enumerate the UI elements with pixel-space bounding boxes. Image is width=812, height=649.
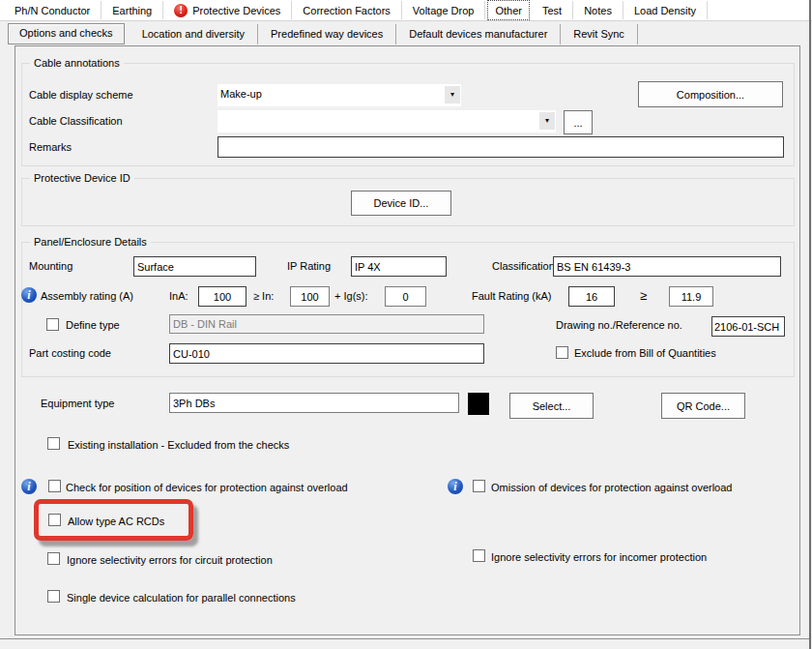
device-id-button[interactable]: Device ID...	[351, 191, 451, 216]
sub-tab-bar: Options and checks Location and diversit…	[0, 20, 812, 46]
tab-label: Revit Sync	[573, 28, 624, 40]
main-tab-bar: Ph/N Conductor Earthing ! Protective Dev…	[0, 0, 812, 20]
composition-button[interactable]: Composition...	[638, 81, 783, 107]
error-icon: !	[174, 4, 188, 17]
classification-browse-button[interactable]: ...	[564, 110, 593, 134]
ip-rating-input[interactable]	[351, 256, 447, 277]
remarks-input[interactable]	[218, 136, 784, 158]
remarks-label: Remarks	[29, 141, 72, 154]
ignore-circuit-label: Ignore selectivity errors for circuit pr…	[67, 554, 273, 567]
group-title: Panel/Enclosure Details	[30, 236, 151, 248]
info-icon: i	[21, 287, 37, 303]
tab-label: Load Density	[634, 5, 696, 16]
classification-input[interactable]	[553, 256, 781, 277]
select-button[interactable]: Select...	[509, 393, 594, 419]
tab-control-bottom-edge	[0, 638, 810, 639]
button-label: Composition...	[677, 89, 744, 101]
ignore-circuit-checkbox[interactable]	[47, 552, 60, 565]
allow-ac-rcds-checkbox[interactable]	[48, 514, 61, 526]
omission-checkbox[interactable]	[473, 480, 485, 492]
equipment-type-label: Equipment type	[41, 398, 114, 410]
other-settings-page: Ph/N Conductor Earthing ! Protective Dev…	[0, 0, 812, 649]
tab-label: Ph/N Conductor	[14, 5, 90, 16]
tab-label: Voltage Drop	[413, 5, 475, 16]
tab-test[interactable]: Test	[532, 1, 573, 19]
tab-location-and-diversity[interactable]: Location and diversity	[130, 24, 258, 44]
tab-other[interactable]: Other	[487, 0, 530, 20]
ina-input[interactable]	[198, 286, 246, 307]
window-right-edge	[809, 0, 811, 649]
exclude-boq-checkbox[interactable]	[556, 346, 568, 359]
button-label: QR Code...	[677, 400, 730, 412]
in-label: ≥ In:	[253, 290, 274, 303]
drawing-no-input[interactable]	[711, 316, 785, 337]
tab-protective-devices[interactable]: ! Protective Devices	[163, 1, 292, 19]
tab-voltage-drop[interactable]: Voltage Drop	[402, 1, 486, 19]
cable-classification-combobox[interactable]: ▾	[218, 110, 556, 133]
content-panel: Cable annotations Cable display scheme M…	[14, 45, 800, 635]
ignore-incomer-label: Ignore selectivity errors for incomer pr…	[491, 551, 707, 564]
drawing-no-label: Drawing no./Reference no.	[556, 319, 682, 332]
chevron-down-icon[interactable]: ▾	[539, 112, 555, 130]
single-device-checkbox[interactable]	[47, 590, 60, 603]
tab-label: Options and checks	[19, 27, 113, 39]
ip-rating-label: IP Rating	[287, 260, 331, 273]
tab-revit-sync[interactable]: Revit Sync	[561, 24, 638, 44]
tab-phn-conductor[interactable]: Ph/N Conductor	[4, 1, 102, 19]
fault-rating-input[interactable]	[568, 286, 615, 307]
exclude-boq-label: Exclude from Bill of Quantities	[574, 347, 716, 360]
fault-rating-label: Fault Rating (kA)	[472, 290, 552, 303]
greater-equal-symbol: ≥	[640, 289, 647, 302]
combobox-value: Make-up	[220, 88, 262, 100]
tab-label: Earthing	[112, 5, 152, 16]
mounting-input[interactable]	[133, 256, 256, 277]
tab-options-and-checks[interactable]: Options and checks	[8, 23, 125, 44]
button-label: Device ID...	[374, 197, 429, 209]
tab-label: Predefined way devices	[271, 28, 383, 40]
existing-installation-checkbox[interactable]	[47, 437, 60, 450]
allow-ac-rcds-label: Allow type AC RCDs	[68, 516, 164, 528]
group-title: Cable annotations	[30, 57, 124, 69]
tab-predefined-way-devices[interactable]: Predefined way devices	[258, 24, 396, 44]
group-title: Protective Device ID	[30, 172, 134, 184]
ig-value-field	[385, 286, 426, 307]
omission-label: Omission of devices for protection again…	[491, 482, 732, 494]
tab-label: Default devices manufacturer	[409, 28, 547, 40]
part-costing-input[interactable]	[169, 343, 484, 364]
mounting-label: Mounting	[29, 260, 72, 273]
tab-label: Location and diversity	[142, 28, 245, 40]
button-label: ...	[573, 117, 582, 129]
tab-label: Notes	[584, 5, 612, 16]
define-type-checkbox[interactable]	[46, 318, 59, 331]
assembly-rating-label: Assembly rating (A)	[41, 290, 133, 303]
equipment-type-field	[169, 393, 459, 413]
tab-label: Correction Factors	[303, 5, 390, 16]
tab-load-density[interactable]: Load Density	[624, 1, 708, 19]
tab-notes[interactable]: Notes	[573, 1, 624, 19]
check-position-label: Check for position of devices for protec…	[66, 482, 348, 494]
part-costing-label: Part costing code	[29, 347, 111, 360]
ignore-incomer-checkbox[interactable]	[473, 549, 485, 562]
define-type-label: Define type	[66, 319, 120, 332]
tab-correction-factors[interactable]: Correction Factors	[292, 1, 401, 19]
chevron-down-icon[interactable]: ▾	[445, 86, 460, 103]
fault-withstand-field	[669, 286, 713, 307]
ina-label: InA:	[169, 290, 188, 303]
qr-code-button[interactable]: QR Code...	[661, 393, 745, 419]
cable-classification-label: Cable Classification	[29, 115, 123, 128]
existing-installation-label: Existing installation - Excluded from th…	[68, 439, 289, 452]
define-type-field	[169, 314, 484, 334]
tab-earthing[interactable]: Earthing	[102, 1, 163, 19]
in-value-field	[290, 286, 330, 307]
equipment-color-swatch[interactable]	[468, 393, 489, 415]
tab-default-devices-manufacturer[interactable]: Default devices manufacturer	[396, 24, 561, 44]
check-position-checkbox[interactable]	[48, 480, 61, 492]
info-icon: i	[448, 479, 463, 494]
single-device-label: Single device calculation for parallel c…	[67, 592, 296, 605]
cable-display-scheme-combobox[interactable]: Make-up ▾	[218, 84, 461, 106]
ig-label: + Ig(s):	[334, 290, 368, 303]
cable-display-scheme-label: Cable display scheme	[29, 89, 133, 102]
classification-label: Classification	[492, 260, 555, 273]
button-label: Select...	[533, 400, 571, 412]
tab-label: Test	[542, 5, 562, 16]
